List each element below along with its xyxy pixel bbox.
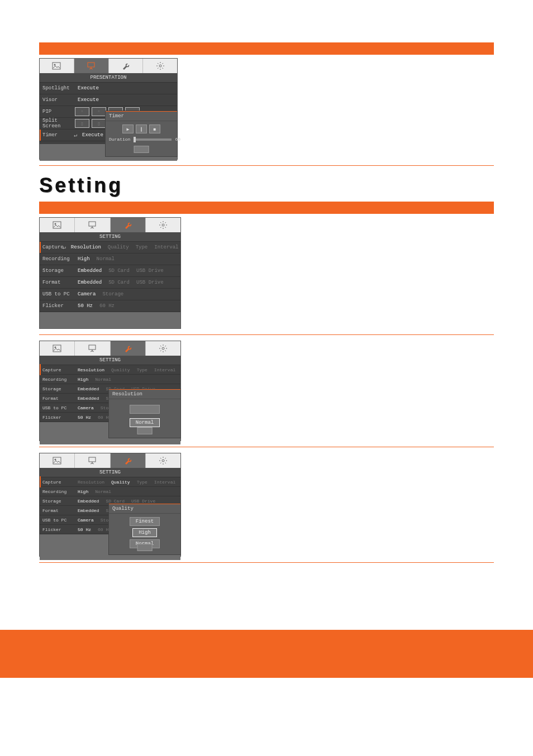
tab-tools[interactable] [111, 218, 146, 232]
gear-icon [159, 221, 168, 229]
pip-opt-icon: ▫ [75, 107, 89, 116]
val: Storage [99, 291, 126, 297]
row-flicker-label: Flicker [40, 303, 75, 309]
figure-setting-main: SETTING Capture↵ResolutionQualityTypeInt… [39, 217, 181, 329]
duration-label: Duration [109, 137, 130, 142]
tab-presentation[interactable] [75, 453, 110, 468]
val: Quality [108, 480, 133, 485]
svg-point-13 [55, 459, 56, 461]
split-opt-icon: ▯ [92, 119, 106, 128]
val: Camera [75, 405, 97, 410]
row-label: Flicker [40, 415, 75, 420]
quality-option-finest[interactable]: Finest [130, 517, 160, 526]
gear-icon [159, 456, 168, 465]
presentation-icon [88, 221, 97, 229]
val: Embedded [75, 386, 102, 391]
tab-settings[interactable] [146, 341, 180, 356]
presentation-icon [88, 344, 97, 353]
tab-image[interactable] [40, 341, 75, 356]
val: USB Drive [134, 268, 166, 274]
tab-header-label: SETTING [40, 356, 180, 365]
duration-value: 60 [175, 137, 180, 142]
tab-tools[interactable] [109, 59, 144, 73]
tab-image[interactable] [40, 59, 74, 73]
popup-resolution-title: Resolution [109, 390, 180, 399]
row-spotlight-label: Spotlight [40, 85, 75, 91]
val: Embedded [75, 508, 102, 513]
popup-back-button[interactable] [134, 146, 149, 153]
orange-divider [39, 165, 494, 166]
figure-timer-osd: PRESENTATION SpotlightExecute VisorExecu… [39, 58, 178, 160]
image-icon [53, 221, 61, 229]
val: SD Card [106, 280, 132, 285]
svg-point-5 [55, 223, 56, 225]
split-opt-icon: ▯ [75, 119, 89, 128]
timer-play-button[interactable]: ▶ [122, 125, 134, 133]
svg-point-1 [54, 64, 56, 66]
popup-timer-title: Timer [106, 112, 177, 121]
svg-point-7 [162, 224, 164, 226]
svg-point-3 [159, 65, 161, 67]
figure-setting-quality: SETTING CaptureResolutionQualityTypeInte… [39, 453, 181, 557]
tab-image[interactable] [40, 453, 75, 468]
row-spotlight-val: Execute [75, 85, 102, 91]
orange-divider [39, 447, 494, 447]
popup-btn[interactable] [130, 405, 160, 414]
val: SD Card [106, 268, 132, 274]
quality-option-high[interactable]: High [132, 528, 157, 537]
image-icon [52, 61, 61, 70]
svg-rect-4 [53, 222, 61, 228]
svg-rect-14 [89, 457, 96, 462]
row-capture-label: Capture [40, 245, 64, 250]
row-label: Capture [40, 480, 75, 485]
tab-settings[interactable] [146, 218, 180, 232]
tab-image[interactable] [40, 218, 75, 232]
row-split-label: Split Screen [40, 118, 75, 129]
val: Type [133, 245, 151, 250]
val: Embedded [75, 499, 102, 504]
resolution-option-normal[interactable]: Normal [130, 418, 160, 427]
gear-icon [156, 61, 165, 70]
val: Camera [75, 291, 98, 297]
tab-settings[interactable] [146, 453, 180, 468]
tab-presentation[interactable] [75, 341, 110, 356]
svg-rect-6 [89, 222, 96, 226]
page-footer-band [0, 630, 533, 678]
duration-slider[interactable] [134, 138, 172, 141]
presentation-icon [88, 456, 97, 465]
val: Quality [108, 367, 133, 372]
tab-presentation[interactable] [75, 218, 110, 232]
row-label: USB to PC [40, 518, 75, 523]
svg-point-15 [162, 460, 164, 462]
figure-quality-caption [192, 453, 494, 453]
val: USB Drive [129, 499, 158, 504]
tab-tools[interactable] [111, 341, 146, 356]
gear-icon [159, 344, 168, 353]
row-usb-label: USB to PC [40, 291, 75, 297]
popup-back-button[interactable] [137, 544, 153, 551]
image-icon [53, 344, 61, 353]
tab-header-label: SETTING [40, 468, 180, 477]
row-label: USB to PC [40, 405, 75, 410]
wrench-icon [123, 344, 132, 353]
tab-settings[interactable] [143, 59, 177, 73]
timer-stop-button[interactable]: ■ [149, 125, 160, 133]
enter-icon: ↵ [63, 244, 66, 251]
val: Normal [92, 377, 114, 382]
timer-pause-button[interactable]: ∥ [136, 125, 147, 133]
popup-timer: Timer ▶ ∥ ■ Duration 60 [106, 111, 177, 156]
val: 60 Hz [97, 303, 117, 309]
tab-presentation[interactable] [74, 59, 109, 73]
val: Embedded [75, 396, 102, 401]
row-timer-label: Timer [40, 132, 75, 138]
row-label: Storage [40, 499, 75, 504]
tab-tools[interactable] [111, 453, 146, 468]
row-format-label: Format [40, 280, 75, 285]
popup-back-button[interactable] [137, 427, 153, 434]
wrench-icon [123, 456, 132, 465]
heading-setting: Setting [39, 174, 494, 197]
svg-rect-12 [53, 457, 61, 464]
val: Resolution [68, 245, 104, 250]
val: 50 Hz [75, 303, 96, 309]
svg-rect-10 [89, 345, 96, 350]
